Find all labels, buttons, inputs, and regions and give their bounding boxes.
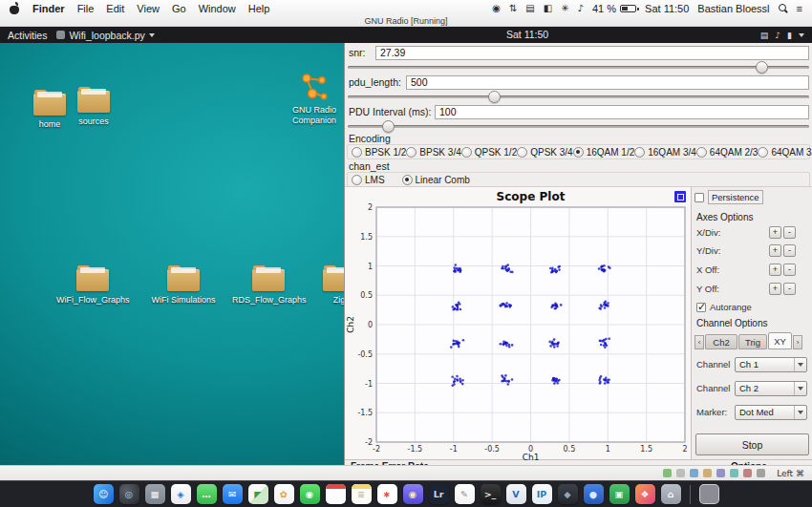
menu-go[interactable]: Go	[172, 3, 186, 14]
menubar-status-icons[interactable]: ◉⇅▤◧✳♪	[492, 3, 584, 13]
tabs-scroll-left-button[interactable]: ‹	[694, 335, 704, 349]
spotlight-search-icon[interactable]	[779, 3, 788, 13]
battery-status[interactable]: 41 %	[592, 3, 636, 14]
y-div-decrease-button[interactable]: -	[783, 244, 796, 257]
encoding-option-16qam-1-2[interactable]: 16QAM 1/2	[573, 147, 635, 158]
menubar-user[interactable]: Bastian Bloessl	[697, 3, 769, 14]
apple-menu-icon[interactable]	[10, 3, 20, 14]
app-multi-dock-icon[interactable]: ❖	[635, 484, 655, 504]
autorange-checkbox[interactable]	[696, 303, 706, 312]
channel2-dropdown[interactable]: Ch 2	[735, 381, 807, 396]
safari-dock-icon[interactable]: ◈	[171, 484, 191, 504]
menu-file[interactable]: File	[77, 3, 95, 14]
snr-input[interactable]: 27.39	[375, 46, 809, 60]
tab-trig[interactable]: Trig	[738, 334, 767, 349]
encoding-option-qpsk-1-2[interactable]: QPSK 1/2	[461, 147, 517, 158]
pdu-interval-slider[interactable]	[348, 120, 809, 133]
photos-dock-icon[interactable]: ✿	[274, 484, 294, 504]
marker-dropdown[interactable]: Dot Med	[735, 405, 807, 420]
textedit-dock-icon[interactable]: ✎	[455, 484, 475, 504]
accessibility-icon[interactable]: ◉	[492, 3, 501, 13]
activities-button[interactable]: Activities	[8, 30, 47, 41]
app-blue-dock-icon[interactable]: ●	[584, 484, 604, 504]
ip-scanner-dock-icon[interactable]: IP	[532, 484, 552, 504]
desktop-icon-wifi-flow-graphs[interactable]: WiFi_Flow_Graphs	[56, 264, 129, 306]
persistence-checkbox[interactable]	[694, 193, 704, 202]
chan-est-option-linear-comb[interactable]: Linear Comb	[402, 175, 470, 185]
tabs-scroll-right-button[interactable]: ›	[793, 335, 802, 349]
slider-handle[interactable]	[488, 91, 501, 103]
encoding-option-64qam-2-3[interactable]: 64QAM 2/3	[696, 147, 759, 158]
x-off-increase-button[interactable]: +	[769, 264, 781, 276]
x-div-increase-button[interactable]: +	[769, 226, 781, 239]
display-status-icon[interactable]	[730, 469, 738, 477]
sync-icon[interactable]: ⇅	[509, 3, 517, 13]
shared-folder-status-icon[interactable]	[716, 469, 725, 477]
pdu-length-input[interactable]: 500	[406, 75, 809, 90]
slider-handle[interactable]	[756, 61, 768, 74]
chan-est-option-lms[interactable]: LMS	[352, 175, 385, 185]
volume-icon[interactable]: ♪	[578, 3, 584, 13]
y-off-decrease-button[interactable]: -	[783, 283, 796, 295]
notes-dock-icon[interactable]: ≡	[352, 484, 372, 504]
maps-dock-icon[interactable]: ◤	[248, 484, 268, 504]
app-dark-dock-icon[interactable]: ◆	[558, 484, 578, 504]
facetime-dock-icon[interactable]: ◉	[300, 484, 320, 504]
menu-view[interactable]: View	[137, 3, 160, 14]
y-div-increase-button[interactable]: +	[769, 244, 781, 257]
usb-status-icon[interactable]	[703, 469, 712, 477]
encoding-option-16qam-3-4[interactable]: 16QAM 3/4	[634, 147, 696, 158]
siri-dock-icon[interactable]: ◎	[119, 484, 139, 504]
network-status-icon[interactable]	[690, 469, 698, 477]
snr-slider[interactable]	[348, 61, 809, 74]
mouse-status-icon[interactable]	[757, 469, 765, 477]
finder-dock-icon[interactable]: ☺	[94, 484, 114, 504]
pdu-length-slider[interactable]	[348, 91, 809, 103]
tab-ch2[interactable]: Ch2	[705, 334, 737, 349]
x-div-decrease-button[interactable]: -	[783, 226, 796, 239]
stop-button[interactable]: Stop	[695, 433, 809, 455]
slider-handle[interactable]	[382, 120, 395, 133]
keyboard-icon[interactable]: ◧	[544, 3, 552, 13]
menubar-clock[interactable]: Sat 11:50	[645, 3, 689, 14]
desktop-icon-sources[interactable]: sources	[57, 85, 130, 127]
app-gray-dock-icon[interactable]: ⌂	[661, 484, 681, 504]
calendar-dock-icon[interactable]	[326, 484, 346, 504]
display-icon[interactable]: ▤	[525, 3, 534, 13]
encoding-option-qpsk-3-4[interactable]: QPSK 3/4	[517, 147, 572, 158]
app-green-dock-icon[interactable]: ▣	[609, 484, 630, 504]
virtualbox-dock-icon[interactable]: V	[506, 484, 526, 504]
gnome-clock[interactable]: Sat 11:50	[506, 27, 548, 43]
menu-edit[interactable]: Edit	[106, 3, 124, 14]
pdu-interval-input[interactable]: 100	[435, 105, 809, 119]
menu-finder[interactable]: Finder	[32, 3, 65, 14]
terminal-dock-icon[interactable]: >_	[481, 484, 501, 504]
encoding-option-bpsk-1-2[interactable]: BPSK 1/2	[352, 147, 406, 158]
x-off-decrease-button[interactable]: -	[783, 264, 796, 276]
bluetooth-icon[interactable]: ✳	[561, 3, 568, 13]
tab-xy[interactable]: XY	[768, 332, 792, 349]
lightroom-dock-icon[interactable]: Lr	[429, 484, 449, 504]
trash-dock-icon[interactable]	[699, 484, 719, 504]
menu-help[interactable]: Help	[248, 3, 270, 14]
launchpad-dock-icon[interactable]: ▦	[145, 484, 165, 504]
channel1-dropdown[interactable]: Ch 1	[735, 357, 807, 372]
gnome-system-tray[interactable]: ▤ ♪ ▮	[760, 30, 804, 40]
encoding-option-64qam-3-4[interactable]: 64QAM 3/4	[758, 147, 812, 158]
app-menu-button[interactable]: Wifi_loopback.py	[56, 30, 154, 41]
y-off-increase-button[interactable]: +	[769, 283, 781, 295]
messages-dock-icon[interactable]: …	[197, 484, 217, 504]
reminders-dock-icon[interactable]: ∗	[377, 484, 397, 504]
persistence-control[interactable]: Persistence	[694, 190, 763, 204]
autorange-control[interactable]: Autorange	[696, 301, 752, 313]
cd-status-icon[interactable]	[676, 469, 685, 477]
hdd-status-icon[interactable]	[663, 469, 672, 477]
popout-icon[interactable]	[674, 191, 686, 202]
photo-booth-dock-icon[interactable]: ◉	[403, 484, 423, 504]
notification-center-icon[interactable]: ≡	[797, 3, 802, 14]
desktop-icon-gnuradio-companion[interactable]: GNU Radio Companion	[278, 71, 351, 126]
desktop-icon-rds-flow-graphs[interactable]: RDS_Flow_Graphs	[232, 264, 305, 306]
encoding-option-bpsk-3-4[interactable]: BPSK 3/4	[406, 147, 460, 158]
mail-dock-icon[interactable]: ✉	[223, 484, 243, 504]
desktop-icon-wifi-simulations[interactable]: WiFi Simulations	[147, 264, 220, 306]
